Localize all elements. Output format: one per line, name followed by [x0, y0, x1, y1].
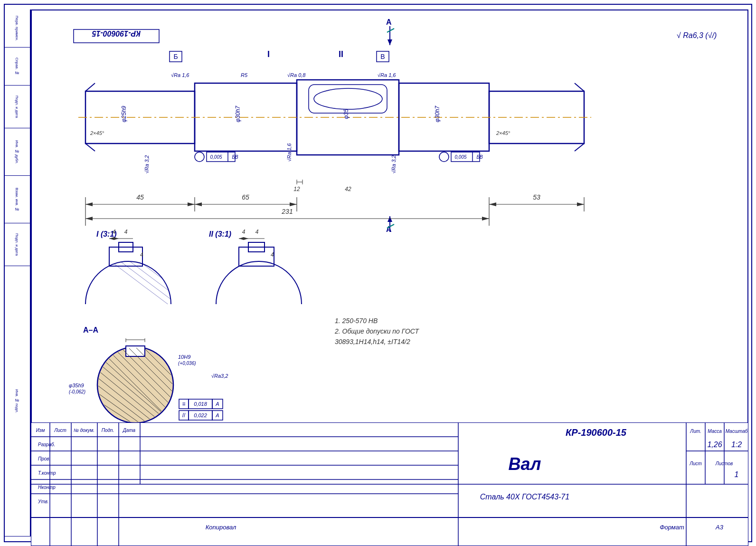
svg-text:4: 4 [255, 229, 259, 235]
svg-text:БВ: БВ [232, 154, 238, 160]
svg-text:Пров.: Пров. [38, 456, 50, 461]
svg-marker-100 [244, 237, 248, 240]
svg-text:√Ra 3,2: √Ra 3,2 [391, 155, 397, 173]
svg-text:≡: ≡ [182, 401, 185, 407]
svg-text:√Ra 1,6: √Ra 1,6 [171, 72, 189, 78]
svg-text:II (3:1): II (3:1) [209, 230, 231, 238]
svg-marker-99 [239, 237, 244, 240]
main-drawing: КР-190600-15 √ Ra6,3 (√/) А А I II Б В [31, 10, 748, 422]
svg-text:R5: R5 [241, 72, 248, 78]
svg-text:√Ra 3,2: √Ra 3,2 [144, 155, 150, 173]
svg-marker-78 [577, 202, 584, 206]
sidebar-vzam: Взам. инв. № [4, 176, 30, 223]
svg-marker-60 [85, 202, 93, 206]
svg-text:Масса: Масса [708, 429, 722, 434]
svg-text:А3: А3 [715, 524, 724, 531]
svg-text:А: А [215, 412, 219, 418]
svg-marker-9 [387, 216, 392, 222]
svg-line-28 [575, 144, 584, 151]
svg-text:Б: Б [173, 53, 178, 60]
svg-text:Лист: Лист [689, 461, 702, 466]
svg-text:Дата: Дата [123, 428, 136, 433]
sidebar-inv-podl: Инв. № подл. [4, 266, 30, 536]
sidebar-podp2: Подп. и дата [4, 223, 30, 266]
svg-rect-22 [399, 83, 489, 151]
svg-point-41 [439, 152, 449, 162]
svg-line-93 [104, 242, 171, 292]
svg-text:42: 42 [345, 186, 351, 192]
svg-text:φ30h7: φ30h7 [235, 105, 241, 122]
svg-text:√Ra 1,6: √Ra 1,6 [286, 143, 292, 162]
svg-text:Вал: Вал [509, 454, 541, 474]
svg-text:БВ: БВ [476, 154, 483, 160]
sidebar-sprav: Справ. № [4, 48, 30, 86]
sidebar-perv: Перв. примен. [4, 10, 30, 48]
svg-line-26 [85, 144, 95, 151]
svg-text:√Ra 0,8: √Ra 0,8 [287, 72, 306, 78]
svg-text:Сталь 40Х ГОСТ4543-71: Сталь 40Х ГОСТ4543-71 [480, 493, 569, 501]
svg-text:Изм: Изм [36, 428, 45, 433]
svg-point-21 [314, 88, 382, 109]
svg-text:1: 1 [735, 470, 739, 479]
svg-text:0,005: 0,005 [454, 154, 466, 160]
svg-text:12: 12 [293, 186, 300, 192]
svg-text:№ докум.: № докум. [74, 428, 94, 433]
svg-text:Листов: Листов [715, 461, 733, 466]
svg-text:Разраб.: Разраб. [38, 442, 55, 447]
svg-text:0,005: 0,005 [210, 154, 222, 160]
svg-marker-66 [290, 202, 297, 206]
svg-marker-61 [188, 202, 195, 206]
svg-text:0,018: 0,018 [194, 401, 207, 407]
svg-text:4: 4 [124, 229, 128, 235]
svg-text:Лит.: Лит. [690, 429, 701, 434]
svg-text:Утв.: Утв. [38, 499, 49, 504]
svg-text:4: 4 [140, 251, 143, 258]
svg-rect-20 [309, 85, 387, 113]
sidebar-podp1: Подп. и дата [4, 86, 30, 128]
svg-text:КР-190600-15: КР-190600-15 [566, 427, 627, 438]
sidebar-inv-dubl: Инв. № дубл. [4, 128, 30, 176]
svg-text:Т.контр: Т.контр [38, 470, 56, 476]
svg-text:1:2: 1:2 [731, 441, 742, 449]
svg-text:Масштаб: Масштаб [726, 429, 748, 434]
svg-text:1,26: 1,26 [707, 441, 722, 449]
svg-line-95 [123, 242, 171, 278]
svg-text:30893,1Н14,h14, ±IT14/2: 30893,1Н14,h14, ±IT14/2 [335, 338, 410, 345]
svg-line-6 [387, 29, 394, 32]
svg-text:А: А [386, 18, 392, 26]
page: Перв. примен. Справ. № Подп. и дата Инв.… [0, 0, 756, 546]
svg-text:4: 4 [113, 229, 116, 235]
svg-text:А–А: А–А [83, 326, 98, 334]
svg-text:Подп.: Подп. [102, 428, 114, 433]
svg-text:А: А [215, 401, 219, 407]
svg-text:1.  250-570 НВ: 1. 250-570 НВ [335, 317, 378, 325]
svg-marker-71 [85, 217, 93, 220]
svg-text:45: 45 [136, 193, 144, 201]
svg-text:II: II [339, 49, 343, 59]
svg-text:65: 65 [242, 193, 249, 201]
svg-text:Формат: Формат [660, 524, 684, 531]
svg-text:2×45°: 2×45° [90, 130, 104, 136]
svg-text:В: В [380, 53, 385, 60]
svg-marker-77 [489, 202, 496, 206]
svg-marker-65 [195, 202, 202, 206]
svg-text:10H9: 10H9 [178, 354, 190, 360]
svg-line-25 [85, 83, 95, 91]
svg-line-27 [575, 83, 584, 91]
svg-text:Копировал: Копировал [206, 524, 236, 531]
svg-line-125 [167, 348, 172, 354]
svg-text:КР-190600-15: КР-190600-15 [92, 29, 141, 38]
svg-text:(-0,062): (-0,062) [69, 389, 85, 394]
svg-text:2×45°: 2×45° [496, 130, 510, 136]
svg-text:4: 4 [271, 251, 274, 258]
svg-text:Лист: Лист [54, 428, 66, 433]
svg-text:√Ra 1,6: √Ra 1,6 [378, 72, 396, 78]
svg-text:Нконтр: Нконтр [38, 485, 56, 490]
svg-rect-96 [239, 247, 274, 266]
svg-marker-72 [482, 217, 489, 220]
svg-text://: // [182, 412, 186, 419]
svg-text:I: I [267, 49, 270, 59]
svg-text:231: 231 [281, 208, 293, 215]
svg-text:2.  Общие допуски по ГОСТ: 2. Общие допуски по ГОСТ [334, 327, 419, 335]
sidebar: Перв. примен. Справ. № Подп. и дата Инв.… [4, 10, 31, 536]
